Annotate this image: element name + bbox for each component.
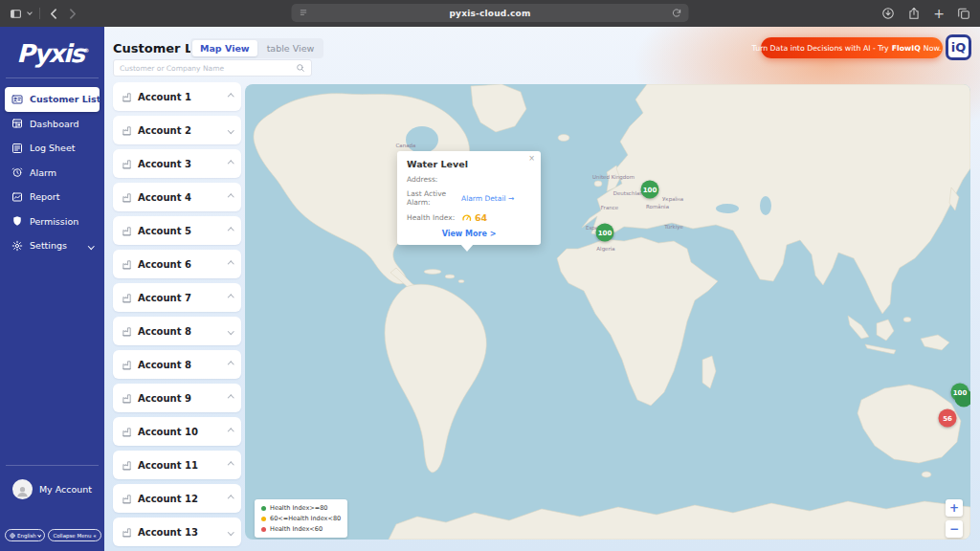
trademark: ® — [83, 47, 88, 54]
health-index-label: Health Index: — [407, 213, 461, 222]
chevron-icon[interactable] — [228, 261, 234, 267]
account-row[interactable]: Account 3 — [113, 149, 241, 178]
chevron-icon[interactable] — [228, 94, 234, 99]
browser-bar: pyxis-cloud.com + — [0, 0, 980, 27]
account-row[interactable]: Account 11 — [113, 451, 241, 479]
sidebar-item[interactable]: Permission — [5, 209, 100, 234]
reader-icon[interactable] — [299, 8, 309, 18]
collapse-menu-button[interactable]: Collapse Menu « — [48, 529, 100, 541]
iq-logo[interactable]: iQ — [946, 34, 971, 60]
zoom-out-button[interactable]: − — [946, 520, 963, 538]
account-row[interactable]: Account 12 — [113, 484, 241, 513]
map-landmass — [245, 84, 970, 540]
sidebar-nav: Customer List Dashboard Log Sheet Alarm … — [0, 78, 104, 258]
chevron-down-icon[interactable] — [27, 10, 33, 15]
reload-icon[interactable] — [672, 8, 682, 18]
account-row[interactable]: Account 5 — [113, 216, 241, 245]
tab-overview-icon[interactable] — [957, 7, 970, 20]
alarm-detail-link[interactable]: Alarm Detail → — [461, 194, 514, 203]
chevron-icon[interactable] — [228, 395, 234, 401]
account-row[interactable]: Account 4 — [113, 183, 241, 211]
url-bar[interactable]: pyxis-cloud.com — [292, 4, 689, 22]
map-marker[interactable]: 100 — [951, 384, 969, 402]
world-map[interactable]: CanadaUnited KingdomDeutschlandFranceEsp… — [245, 84, 970, 540]
flowiq-banner[interactable]: Turn Data into Decisions with AI - Try F… — [761, 37, 943, 58]
pyxis-logo: Pyxis® — [0, 27, 104, 68]
back-icon[interactable] — [48, 8, 60, 20]
company-icon — [122, 293, 132, 303]
map-marker[interactable]: 56 — [939, 409, 957, 428]
marker-value: 100 — [643, 186, 657, 193]
chevron-icon[interactable] — [228, 295, 234, 300]
account-row[interactable]: Account 10 — [113, 417, 241, 446]
account-row[interactable]: Account 1 — [113, 82, 241, 111]
map-marker[interactable]: 100 — [641, 181, 659, 199]
chevron-icon[interactable] — [228, 529, 234, 535]
my-account[interactable]: My Account — [0, 479, 104, 499]
chevron-icon[interactable] — [228, 228, 234, 233]
view-more-link[interactable]: View More > — [407, 230, 531, 238]
account-row[interactable]: Account 8 — [113, 317, 241, 345]
shield-icon — [11, 215, 23, 227]
chevron-icon[interactable] — [228, 194, 234, 200]
company-icon — [122, 125, 132, 136]
chevron-icon[interactable] — [228, 127, 234, 133]
company-icon — [122, 259, 132, 270]
my-account-label: My Account — [39, 484, 92, 495]
account-name: Account 7 — [138, 293, 191, 303]
chevron-icon[interactable] — [228, 496, 234, 501]
account-row[interactable]: Account 2 — [113, 116, 241, 144]
language-label: English — [17, 533, 36, 539]
chevron-icon[interactable] — [228, 429, 234, 434]
url-text: pyxis-cloud.com — [449, 9, 530, 18]
sidebar-item[interactable]: Alarm — [5, 161, 100, 186]
account-row[interactable]: Account 13 — [113, 518, 241, 546]
language-selector[interactable]: English — [5, 529, 45, 541]
sidebar-item[interactable]: Customer List — [5, 87, 100, 112]
new-tab-icon[interactable]: + — [933, 7, 945, 20]
search-icon[interactable] — [296, 63, 305, 73]
collapse-label: Collapse Menu « — [53, 533, 96, 539]
legend-row: 60<=Health Index<80 — [261, 515, 341, 522]
zoom-in-button[interactable]: + — [946, 499, 963, 517]
sidebar-item[interactable]: Settings — [5, 233, 100, 258]
divider — [6, 465, 99, 466]
company-icon — [122, 226, 132, 236]
account-name: Account 11 — [138, 460, 198, 471]
map-popup: × Water Level Address: Last Active Alarm… — [397, 151, 541, 245]
forward-icon[interactable] — [66, 8, 78, 20]
map-marker[interactable]: 100 — [596, 224, 614, 242]
chevron-icon[interactable] — [228, 362, 234, 367]
sidebar-item[interactable]: Report — [5, 185, 100, 209]
marker-value: 100 — [953, 388, 968, 396]
legend-row: Health Index>=80 — [261, 504, 341, 512]
chevron-icon[interactable] — [228, 161, 234, 166]
account-name: Account 1 — [138, 92, 191, 102]
map-legend: Health Index>=80 60<=Health Index<80 Hea… — [255, 499, 347, 538]
account-row[interactable]: Account 6 — [113, 250, 241, 278]
legend-row: Health Index<60 — [261, 525, 341, 533]
last-alarm-label: Last Active Alarm: — [407, 189, 461, 208]
account-row[interactable]: Account 9 — [113, 384, 241, 412]
sidebar-item-label: Report — [30, 191, 60, 202]
sidebar-item[interactable]: Log Sheet — [5, 136, 100, 161]
search-input[interactable] — [114, 64, 296, 73]
downloads-icon[interactable] — [881, 7, 895, 20]
share-icon[interactable] — [907, 7, 921, 20]
health-index-value: 64 — [475, 212, 487, 223]
divider — [39, 8, 40, 19]
view-tab[interactable]: table View — [259, 40, 323, 56]
account-row[interactable]: Account 7 — [113, 283, 241, 312]
sidebar-item[interactable]: Dashboard — [5, 112, 100, 137]
sidebar-item-label: Log Sheet — [30, 143, 75, 153]
map-zoom-controls: + − — [946, 499, 963, 538]
chevron-icon[interactable] — [228, 462, 234, 468]
chevron-down-icon — [88, 243, 94, 249]
sidebar-toggle-icon[interactable] — [10, 8, 22, 20]
view-tab[interactable]: Map View — [192, 40, 257, 56]
company-icon — [122, 92, 132, 102]
address-label: Address: — [407, 175, 461, 184]
chevron-icon[interactable] — [228, 328, 234, 334]
account-row[interactable]: Account 8 — [113, 350, 241, 379]
close-icon[interactable]: × — [528, 154, 535, 163]
